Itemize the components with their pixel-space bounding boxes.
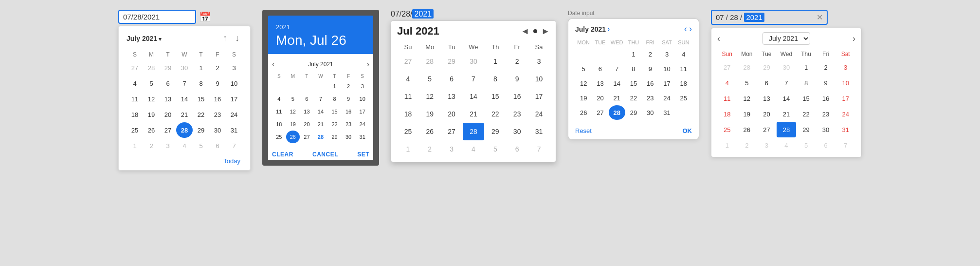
table-row[interactable]: 1: [484, 53, 506, 70]
table-row[interactable]: 22: [193, 107, 209, 122]
table-row[interactable]: 29: [625, 105, 642, 120]
table-row[interactable]: 2: [642, 47, 658, 61]
table-row[interactable]: 6: [506, 140, 528, 158]
table-row[interactable]: 17: [226, 91, 242, 107]
table-row[interactable]: 6: [300, 93, 314, 105]
cal1-calendar-icon[interactable]: 📅: [199, 11, 211, 23]
table-row[interactable]: 3: [355, 80, 369, 93]
table-row[interactable]: 18: [127, 107, 143, 122]
table-row[interactable]: 22: [327, 118, 342, 131]
table-row[interactable]: 21: [314, 118, 328, 131]
table-row[interactable]: [575, 47, 592, 61]
table-row[interactable]: 23: [642, 91, 658, 105]
table-row[interactable]: 14: [463, 88, 485, 105]
table-row[interactable]: 21: [463, 105, 485, 123]
table-row[interactable]: 12: [575, 76, 592, 91]
table-row[interactable]: 3: [658, 47, 675, 61]
table-row[interactable]: 4: [777, 137, 797, 153]
table-row[interactable]: 17: [528, 88, 550, 105]
table-row[interactable]: 2: [209, 60, 226, 76]
table-row[interactable]: 29: [441, 53, 463, 70]
table-row[interactable]: 30: [209, 122, 226, 138]
table-row[interactable]: 19: [737, 106, 757, 122]
table-row[interactable]: 20: [300, 118, 314, 131]
table-row[interactable]: 20: [757, 106, 777, 122]
table-row[interactable]: 1: [327, 80, 342, 93]
table-row[interactable]: [286, 80, 300, 93]
table-row[interactable]: 25: [675, 91, 692, 105]
table-row[interactable]: 29: [757, 59, 777, 75]
table-row[interactable]: [592, 47, 608, 61]
table-row[interactable]: 8: [796, 75, 816, 91]
table-row[interactable]: 9: [342, 93, 356, 105]
table-row[interactable]: 23: [342, 118, 356, 131]
table-row[interactable]: 5: [575, 61, 592, 76]
table-row[interactable]: 28: [463, 123, 485, 140]
table-row[interactable]: 8: [327, 93, 342, 105]
table-row[interactable]: 15: [484, 88, 506, 105]
table-row[interactable]: 18: [397, 105, 419, 123]
table-row[interactable]: 4: [397, 70, 419, 88]
table-row[interactable]: 25: [127, 122, 143, 138]
table-row[interactable]: 12: [143, 91, 160, 107]
table-row[interactable]: 6: [757, 75, 777, 91]
table-row[interactable]: 16: [642, 76, 658, 91]
table-row[interactable]: 15: [625, 76, 642, 91]
table-row[interactable]: 15: [193, 91, 209, 107]
table-row[interactable]: 4: [127, 76, 143, 91]
table-row[interactable]: 8: [193, 76, 209, 91]
table-row[interactable]: 9: [816, 75, 836, 91]
table-row[interactable]: 1: [796, 59, 816, 75]
table-row[interactable]: 31: [528, 123, 550, 140]
table-row[interactable]: 13: [592, 76, 608, 91]
table-row[interactable]: 31: [658, 105, 675, 120]
table-row[interactable]: 5: [193, 138, 209, 153]
table-row[interactable]: 10: [355, 93, 369, 105]
table-row[interactable]: 11: [272, 105, 286, 118]
cal1-month-label[interactable]: July 2021: [127, 35, 162, 42]
table-row[interactable]: 12: [286, 105, 300, 118]
table-row[interactable]: 28: [419, 53, 441, 70]
table-row[interactable]: 2: [342, 80, 356, 93]
table-row[interactable]: 5: [796, 137, 816, 153]
table-row[interactable]: 22: [625, 91, 642, 105]
table-row[interactable]: 15: [796, 91, 816, 106]
table-row[interactable]: 12: [737, 91, 757, 106]
table-row[interactable]: 19: [419, 105, 441, 123]
table-row[interactable]: 7: [609, 61, 625, 76]
table-row[interactable]: 21: [176, 107, 193, 122]
table-row[interactable]: 29: [160, 60, 176, 76]
table-row[interactable]: 5: [419, 70, 441, 88]
table-row[interactable]: 13: [300, 105, 314, 118]
cal2-prev-btn[interactable]: ‹: [272, 60, 274, 69]
table-row[interactable]: 31: [355, 131, 369, 143]
table-row[interactable]: 16: [209, 91, 226, 107]
table-row[interactable]: 26: [737, 122, 757, 137]
table-row[interactable]: 19: [286, 118, 300, 131]
table-row[interactable]: [300, 80, 314, 93]
table-row[interactable]: 2: [737, 137, 757, 153]
table-row[interactable]: 14: [777, 91, 797, 106]
cal5-next-btn[interactable]: ›: [853, 34, 855, 44]
table-row[interactable]: 10: [835, 75, 855, 91]
table-row[interactable]: 3: [160, 138, 176, 153]
table-row[interactable]: 26: [419, 123, 441, 140]
table-row[interactable]: 28: [737, 59, 757, 75]
table-row[interactable]: 4: [675, 47, 692, 61]
table-row[interactable]: [272, 80, 286, 93]
cal4-next-btn[interactable]: ›: [689, 24, 692, 34]
table-row[interactable]: 1: [397, 140, 419, 158]
table-row[interactable]: [609, 47, 625, 61]
table-row[interactable]: 13: [441, 88, 463, 105]
table-row[interactable]: 28: [609, 105, 625, 120]
table-row[interactable]: 21: [777, 106, 797, 122]
table-row[interactable]: 5: [484, 140, 506, 158]
table-row[interactable]: 5: [737, 75, 757, 91]
table-row[interactable]: 3: [757, 137, 777, 153]
table-row[interactable]: 12: [419, 88, 441, 105]
table-row[interactable]: 25: [272, 131, 286, 143]
table-row[interactable]: 21: [609, 91, 625, 105]
table-row[interactable]: 7: [528, 140, 550, 158]
table-row[interactable]: 4: [176, 138, 193, 153]
cal4-prev-btn[interactable]: ‹: [684, 24, 687, 34]
